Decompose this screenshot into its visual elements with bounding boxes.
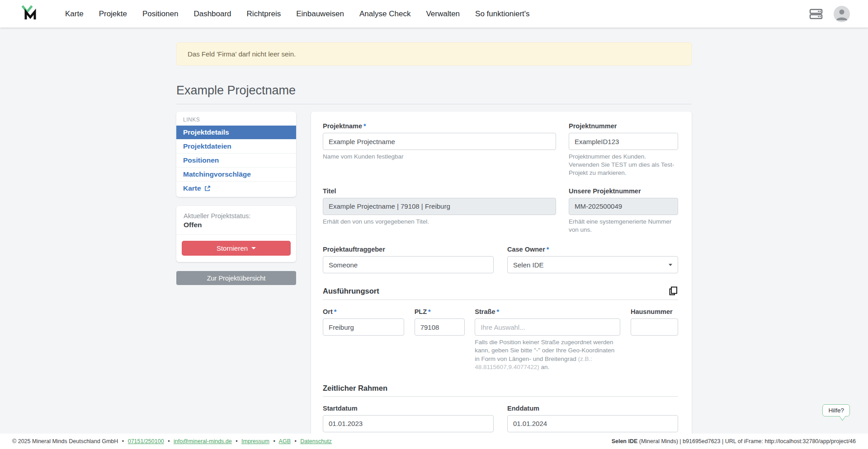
footer-left: © 2025 Mineral Minds Deutschland GmbH • … bbox=[12, 438, 332, 444]
nav-item-dashboard[interactable]: Dashboard bbox=[187, 6, 238, 22]
footer-link-phone[interactable]: 07151/250100 bbox=[128, 438, 164, 444]
page-container: Das Feld 'Firma' darf nicht leer sein. E… bbox=[176, 42, 692, 442]
project-details-form-card: Projektname* Name vom Kunden festlegbar … bbox=[311, 112, 692, 442]
projektauftraggeber-field-group: Projektauftraggeber bbox=[323, 246, 494, 273]
nav-item-projekte[interactable]: Projekte bbox=[92, 6, 134, 22]
projektnummer-field-group: Projektnummer Projektnummer des Kunden. … bbox=[569, 122, 678, 178]
sidebar-item-label: Projektdateien bbox=[183, 142, 231, 150]
required-marker: * bbox=[334, 308, 337, 315]
nav-item-so-funktionierts[interactable]: So funktioniert's bbox=[468, 6, 536, 22]
footer-link-datenschutz[interactable]: Datenschutz bbox=[300, 438, 331, 444]
copy-icon[interactable] bbox=[668, 286, 678, 296]
projektauftraggeber-label: Projektauftraggeber bbox=[323, 246, 494, 253]
unsere-projektnummer-field-group: Unsere Projektnummer Erhält eine systemg… bbox=[569, 187, 678, 234]
strasse-field-group: Straße* Falls die Position keiner Straße… bbox=[475, 308, 620, 371]
enddatum-input[interactable] bbox=[507, 415, 678, 432]
nav-item-richtpreis[interactable]: Richtpreis bbox=[240, 6, 288, 22]
case-owner-select[interactable]: Selen IDE bbox=[507, 256, 678, 273]
case-owner-label: Case Owner* bbox=[507, 246, 678, 253]
external-link-icon bbox=[204, 185, 211, 192]
nav-item-positionen[interactable]: Positionen bbox=[136, 6, 185, 22]
sidebar-item-label: Projektdetails bbox=[183, 128, 229, 136]
plz-label: PLZ* bbox=[415, 308, 465, 315]
footer-link-impressum[interactable]: Impressum bbox=[241, 438, 269, 444]
hausnummer-label: Hausnummer bbox=[631, 308, 678, 315]
user-avatar-icon[interactable] bbox=[834, 6, 850, 22]
unsere-projektnummer-helper: Erhält eine systemgenerierte Nummer von … bbox=[569, 218, 678, 234]
startdatum-field-group: Startdatum bbox=[323, 405, 494, 432]
ort-label: Ort* bbox=[323, 308, 404, 315]
mineral-minds-logo[interactable] bbox=[20, 4, 41, 24]
plz-field-group: PLZ* bbox=[415, 308, 465, 371]
enddatum-label: Enddatum bbox=[507, 405, 678, 412]
main-nav-links: Karte Projekte Positionen Dashboard Rich… bbox=[58, 6, 537, 22]
sidebar-item-label: Karte bbox=[183, 184, 201, 192]
enddatum-field-group: Enddatum bbox=[507, 405, 678, 432]
alert-message: Das Feld 'Firma' darf nicht leer sein. bbox=[188, 50, 296, 58]
required-marker: * bbox=[363, 122, 366, 130]
unsere-projektnummer-label: Unsere Projektnummer bbox=[569, 187, 678, 195]
sidebar-item-label: Matchingvorschläge bbox=[183, 170, 251, 178]
projektname-helper: Name vom Kunden festlegbar bbox=[323, 153, 556, 161]
sidebar-item-label: Positionen bbox=[183, 156, 219, 164]
stornieren-button-label: Stornieren bbox=[217, 244, 248, 252]
nav-item-einbauweisen[interactable]: Einbauweisen bbox=[289, 6, 351, 22]
sidebar-item-projektdetails[interactable]: Projektdetails bbox=[176, 126, 296, 140]
sidebar-item-positionen[interactable]: Positionen bbox=[176, 154, 296, 168]
top-navigation-bar: Karte Projekte Positionen Dashboard Rich… bbox=[0, 0, 868, 28]
strasse-label: Straße* bbox=[475, 308, 620, 315]
nav-item-verwalten[interactable]: Verwalten bbox=[419, 6, 467, 22]
startdatum-label: Startdatum bbox=[323, 405, 494, 412]
status-label: Aktueller Projektstatus: bbox=[184, 212, 289, 220]
required-marker: * bbox=[496, 308, 499, 315]
left-sidebar: LINKS Projektdetails Projektdateien Posi… bbox=[176, 112, 296, 285]
links-header: LINKS bbox=[176, 112, 296, 126]
titel-label: Titel bbox=[323, 187, 556, 195]
plz-input[interactable] bbox=[415, 318, 465, 336]
strasse-input[interactable] bbox=[475, 318, 620, 336]
sidebar-item-projektdateien[interactable]: Projektdateien bbox=[176, 140, 296, 154]
titel-helper: Erhält den von uns vorgegebenen Titel. bbox=[323, 218, 556, 226]
unsere-projektnummer-input bbox=[569, 198, 678, 215]
help-button[interactable]: Hilfe? bbox=[822, 404, 850, 416]
section-divider bbox=[323, 396, 678, 397]
links-card: LINKS Projektdetails Projektdateien Posi… bbox=[176, 112, 296, 197]
nav-item-analyse-check[interactable]: Analyse Check bbox=[353, 6, 417, 22]
titel-field-group: Titel Erhält den von uns vorgegebenen Ti… bbox=[323, 187, 556, 234]
footer-link-email[interactable]: info@mineral-minds.de bbox=[174, 438, 232, 444]
projektname-label: Projektname* bbox=[323, 122, 556, 130]
required-marker: * bbox=[428, 308, 431, 315]
footer-copyright: © 2025 Mineral Minds Deutschland GmbH bbox=[12, 438, 118, 444]
validation-alert: Das Feld 'Firma' darf nicht leer sein. bbox=[176, 42, 692, 65]
projektauftraggeber-input[interactable] bbox=[323, 256, 494, 273]
zur-projektuebersicht-button[interactable]: Zur Projektübersicht bbox=[176, 271, 296, 285]
ort-input[interactable] bbox=[323, 318, 404, 336]
projektnummer-helper: Projektnummer des Kunden. Verwenden Sie … bbox=[569, 153, 678, 178]
hausnummer-field-group: Hausnummer bbox=[631, 308, 678, 371]
required-marker: * bbox=[547, 246, 549, 253]
footer-link-agb[interactable]: AGB bbox=[279, 438, 291, 444]
startdatum-input[interactable] bbox=[323, 415, 494, 432]
footer: © 2025 Mineral Minds Deutschland GmbH • … bbox=[0, 434, 868, 449]
footer-user: Selen IDE bbox=[612, 438, 638, 444]
zeitlicher-rahmen-heading: Zeitlicher Rahmen bbox=[323, 384, 387, 393]
strasse-helper: Falls die Position keiner Straße zugeord… bbox=[475, 338, 620, 371]
projektnummer-label: Projektnummer bbox=[569, 122, 678, 130]
projektname-input[interactable] bbox=[323, 133, 556, 150]
case-owner-field-group: Case Owner* Selen IDE bbox=[507, 246, 678, 273]
case-owner-selected-value: Selen IDE bbox=[513, 261, 544, 269]
stornieren-button[interactable]: Stornieren bbox=[182, 241, 291, 256]
projektnummer-input[interactable] bbox=[569, 133, 678, 150]
project-status-card: Aktueller Projektstatus: Offen Storniere… bbox=[176, 206, 296, 262]
page-title: Example Projectname bbox=[176, 84, 692, 104]
nav-item-karte[interactable]: Karte bbox=[58, 6, 90, 22]
titel-input bbox=[323, 198, 556, 215]
help-bubble-tail bbox=[840, 412, 845, 421]
ort-field-group: Ort* bbox=[323, 308, 404, 371]
server-icon[interactable] bbox=[809, 8, 823, 20]
caret-down-icon bbox=[251, 247, 256, 249]
sidebar-item-matchingvorschlaege[interactable]: Matchingvorschläge bbox=[176, 168, 296, 182]
section-divider bbox=[323, 299, 678, 300]
sidebar-item-karte[interactable]: Karte bbox=[176, 182, 296, 195]
hausnummer-input[interactable] bbox=[631, 318, 678, 336]
